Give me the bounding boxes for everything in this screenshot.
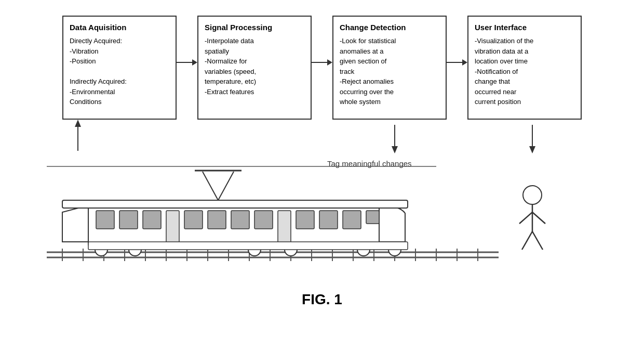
- person-leg-right: [532, 231, 543, 250]
- window-7: [254, 211, 273, 229]
- illustration-svg: Tag meaningful changes: [21, 120, 623, 286]
- tram-roof: [62, 200, 408, 208]
- pantograph-left: [203, 172, 218, 200]
- box4-title: User Interface: [475, 22, 574, 33]
- arrow-1-2: [177, 57, 197, 68]
- window-8: [296, 211, 314, 229]
- person-arm-left: [519, 212, 532, 224]
- window-6: [231, 211, 249, 229]
- door-left: [166, 211, 179, 244]
- tram-front: [379, 205, 405, 242]
- box4-content: -Visualization of the vibration data at …: [475, 36, 574, 107]
- box-with-arrow-1: Data Aquisition Directly Acquired: -Vibr…: [62, 16, 177, 120]
- tram-rear: [62, 205, 88, 242]
- window-front: [366, 211, 379, 224]
- main-container: Data Aquisition Directly Acquired: -Vibr…: [0, 0, 644, 337]
- arrow-3-4: [447, 57, 467, 68]
- pantograph-right: [218, 172, 234, 200]
- window-10: [343, 211, 361, 229]
- window-5: [208, 211, 226, 229]
- box3-content: -Look for statistical anomalies at a giv…: [340, 36, 439, 107]
- window-2: [119, 211, 138, 229]
- change-detection-box: Change Detection -Look for statistical a…: [332, 16, 447, 120]
- box-with-arrow-4: User Interface -Visualization of the vib…: [467, 16, 582, 120]
- door-right: [278, 211, 291, 244]
- box1-content: Directly Acquired: -Vibration -Position …: [70, 36, 169, 107]
- window-9: [319, 211, 338, 229]
- undercarriage: [88, 242, 408, 250]
- box-with-arrow-2: Signal Processing -Interpolate data spat…: [197, 16, 312, 120]
- window-4: [184, 211, 203, 229]
- box2-content: -Interpolate data spatially -Normalize f…: [205, 36, 304, 97]
- data-acquisition-box: Data Aquisition Directly Acquired: -Vibr…: [62, 16, 177, 120]
- box3-title: Change Detection: [340, 22, 439, 33]
- arrow-2-3: [312, 57, 332, 68]
- arrowhead-down-box4: [529, 146, 535, 153]
- box1-title: Data Aquisition: [70, 22, 169, 33]
- arrowhead-up-box1: [75, 120, 81, 127]
- window-1: [96, 211, 114, 229]
- signal-processing-box: Signal Processing -Interpolate data spat…: [197, 16, 312, 120]
- fig-label: FIG. 1: [302, 291, 342, 308]
- boxes-row: Data Aquisition Directly Acquired: -Vibr…: [21, 16, 623, 120]
- user-interface-box: User Interface -Visualization of the vib…: [467, 16, 582, 120]
- box2-title: Signal Processing: [205, 22, 304, 33]
- person-head: [523, 186, 542, 204]
- person-arm-right: [532, 212, 545, 224]
- bottom-section: Tag meaningful changes: [21, 120, 623, 286]
- arrowhead-down-box3: [392, 146, 398, 153]
- box-with-arrow-3: Change Detection -Look for statistical a…: [332, 16, 447, 120]
- diagram-area: Data Aquisition Directly Acquired: -Vibr…: [0, 0, 644, 286]
- person-leg-left: [522, 231, 532, 250]
- window-3: [143, 211, 161, 229]
